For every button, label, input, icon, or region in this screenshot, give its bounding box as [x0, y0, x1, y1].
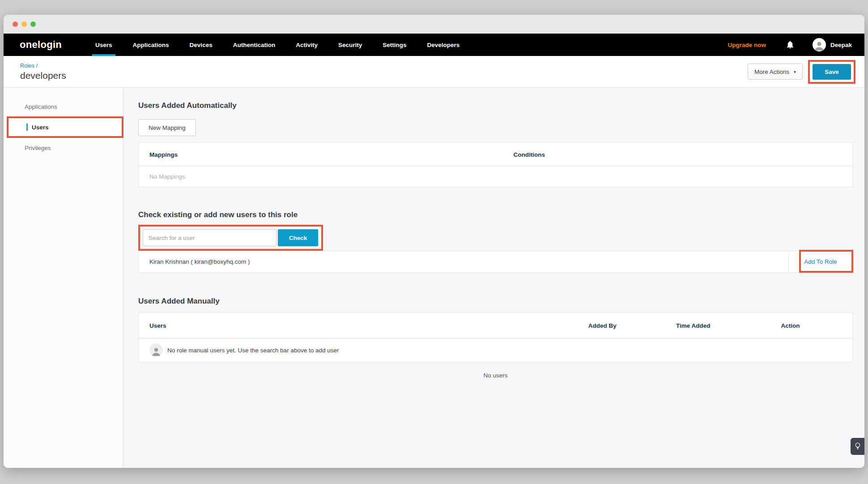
- result-user-name: Kiran Krishnan ( kiran@boxyhq.com ): [139, 251, 788, 272]
- new-mapping-button[interactable]: New Mapping: [138, 119, 196, 136]
- sidebar-item-users[interactable]: Users: [9, 118, 122, 136]
- more-actions-label: More Actions: [754, 69, 789, 75]
- search-user-input[interactable]: [143, 229, 277, 246]
- save-button[interactable]: Save: [813, 64, 851, 80]
- column-action: Action: [781, 313, 852, 338]
- nav-items: Users Applications Devices Authenticatio…: [85, 34, 470, 56]
- app-window: onelogin Users Applications Devices Auth…: [4, 15, 864, 468]
- save-annotation-box: Save: [808, 60, 855, 84]
- role-sidebar: Applications Users Privileges: [4, 88, 123, 468]
- mappings-table-header: Mappings Conditions: [139, 143, 852, 166]
- lightbulb-icon[interactable]: [851, 438, 864, 455]
- nav-tab-authentication[interactable]: Authentication: [223, 34, 286, 56]
- check-button[interactable]: Check: [278, 229, 318, 246]
- check-section-heading: Check existing or add new users to this …: [138, 210, 853, 219]
- search-result-row: Kiran Krishnan ( kiran@boxyhq.com ) Add …: [138, 251, 853, 273]
- search-annotation-box: Check: [138, 225, 323, 251]
- column-users: Users: [139, 313, 588, 338]
- main-content: Users Added Automatically New Mapping Ma…: [123, 88, 864, 468]
- sidebar-item-privileges[interactable]: Privileges: [4, 139, 123, 157]
- sidebar-item-users-label: Users: [32, 124, 49, 131]
- manual-users-table: Users Added By Time Added Action No role…: [138, 312, 853, 362]
- placeholder-avatar-icon: [149, 343, 163, 357]
- navbar-right: Upgrade now Deepak: [728, 38, 852, 51]
- mappings-table: Mappings Conditions No Mappings.: [138, 142, 853, 187]
- onelogin-logo[interactable]: onelogin: [20, 39, 62, 51]
- add-to-role-link[interactable]: Add To Role: [804, 258, 837, 265]
- column-conditions: Conditions: [502, 143, 852, 166]
- user-avatar-icon[interactable]: [813, 38, 826, 51]
- top-navbar: onelogin Users Applications Devices Auth…: [4, 34, 864, 56]
- page-header: Roles / developers More Actions ▾ Save: [4, 56, 864, 88]
- manual-table-header: Users Added By Time Added Action: [139, 313, 852, 338]
- more-actions-button[interactable]: More Actions ▾: [748, 64, 803, 80]
- window-titlebar: [4, 15, 864, 34]
- page-title: developers: [20, 70, 66, 81]
- nav-tab-activity[interactable]: Activity: [285, 34, 328, 56]
- column-mappings: Mappings: [139, 143, 502, 166]
- bell-icon[interactable]: [786, 40, 795, 50]
- upgrade-now-link[interactable]: Upgrade now: [728, 42, 766, 48]
- nav-tab-devices[interactable]: Devices: [179, 34, 223, 56]
- minimize-icon[interactable]: [21, 21, 27, 27]
- manual-empty-text: No role manual users yet. Use the search…: [167, 347, 339, 354]
- close-icon[interactable]: [13, 21, 18, 27]
- manual-empty-row: No role manual users yet. Use the search…: [139, 338, 852, 362]
- nav-tab-developers[interactable]: Developers: [417, 34, 470, 56]
- breadcrumb-roles[interactable]: Roles /: [20, 63, 66, 69]
- result-action-cell: Add To Role: [788, 251, 852, 272]
- nav-tab-security[interactable]: Security: [328, 34, 372, 56]
- column-added-by: Added By: [588, 313, 676, 338]
- nav-tab-settings[interactable]: Settings: [372, 34, 417, 56]
- nav-tab-applications[interactable]: Applications: [123, 34, 179, 56]
- chevron-down-icon: ▾: [794, 69, 796, 74]
- manual-section-heading: Users Added Manually: [138, 297, 853, 306]
- users-annotation-box: Users: [7, 116, 123, 138]
- mappings-empty-row: No Mappings.: [139, 166, 852, 187]
- user-name[interactable]: Deepak: [830, 42, 852, 48]
- maximize-icon[interactable]: [30, 21, 36, 27]
- no-users-text: No users: [138, 372, 853, 379]
- nav-tab-users[interactable]: Users: [85, 34, 123, 56]
- auto-section-heading: Users Added Automatically: [138, 101, 853, 110]
- column-time-added: Time Added: [676, 313, 781, 338]
- active-item-marker: [26, 124, 28, 131]
- sidebar-item-applications[interactable]: Applications: [4, 98, 123, 116]
